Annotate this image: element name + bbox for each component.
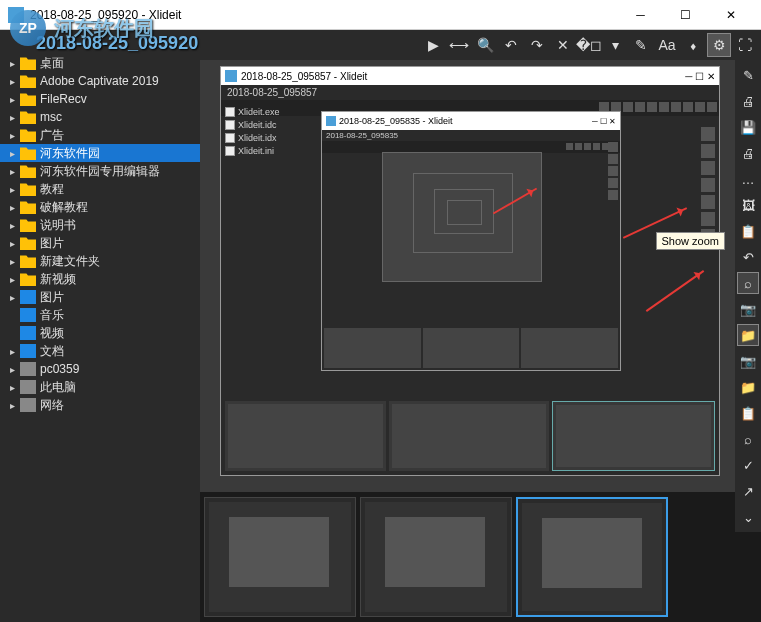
edit-button[interactable]: ✎ [629, 33, 653, 57]
vtoolbar-btn-16[interactable]: ↗ [737, 480, 759, 502]
vtoolbar-btn-9[interactable]: 📷 [737, 298, 759, 320]
expand-icon[interactable]: ▸ [6, 399, 18, 411]
expand-icon[interactable]: ▸ [6, 291, 18, 303]
expand-icon[interactable]: ▸ [6, 363, 18, 375]
thumbnail-1[interactable] [360, 497, 512, 617]
expand-icon[interactable]: ▸ [6, 219, 18, 231]
tree-label: 河东软件园专用编辑器 [40, 163, 160, 180]
close-button[interactable]: ✕ [708, 1, 753, 29]
delete-button[interactable]: ✕ [551, 33, 575, 57]
expand-icon[interactable]: ▸ [6, 183, 18, 195]
nested-title-text-2: 2018-08-25_095835 - Xlideit [339, 116, 453, 126]
fullscreen-button[interactable]: ⛶ [733, 33, 757, 57]
nested-file-row: Xlideit.ini [225, 144, 280, 157]
expand-icon[interactable]: ▸ [6, 255, 18, 267]
expand-icon[interactable] [6, 309, 18, 321]
tree-label: 新视频 [40, 271, 76, 288]
tree-item-2[interactable]: ▸FileRecv [0, 90, 200, 108]
tree-label: pc0359 [40, 362, 79, 376]
expand-icon[interactable]: ▸ [6, 57, 18, 69]
net-icon [20, 398, 36, 412]
expand-icon[interactable]: ▸ [6, 345, 18, 357]
tree-label: 说明书 [40, 217, 76, 234]
tooltip-show-zoom: Show zoom [656, 232, 725, 250]
zoom-fit-button[interactable]: ⟷ [447, 33, 471, 57]
tree-item-7[interactable]: ▸教程 [0, 180, 200, 198]
minimize-button[interactable]: ─ [618, 1, 663, 29]
tree-item-4[interactable]: ▸广告 [0, 126, 200, 144]
file-icon [225, 120, 235, 130]
vtoolbar-btn-12[interactable]: 📁 [737, 376, 759, 398]
vtoolbar-btn-7[interactable]: ↶ [737, 246, 759, 268]
expand-icon[interactable]: ▸ [6, 93, 18, 105]
expand-icon[interactable]: ▸ [6, 201, 18, 213]
expand-icon[interactable]: ▸ [6, 381, 18, 393]
tree-item-17[interactable]: ▸pc0359 [0, 360, 200, 378]
vtoolbar-btn-13[interactable]: 📋 [737, 402, 759, 424]
tree-item-0[interactable]: ▸桌面 [0, 54, 200, 72]
tree-label: 教程 [40, 181, 64, 198]
tree-item-14[interactable]: 音乐 [0, 306, 200, 324]
vtoolbar-btn-4[interactable]: … [737, 168, 759, 190]
tree-item-6[interactable]: ▸河东软件园专用编辑器 [0, 162, 200, 180]
expand-icon[interactable]: ▸ [6, 273, 18, 285]
maximize-button[interactable]: ☐ [663, 1, 708, 29]
tree-item-8[interactable]: ▸破解教程 [0, 198, 200, 216]
folder-icon [20, 182, 36, 196]
tree-item-5[interactable]: ▸河东软件园 [0, 144, 200, 162]
vtoolbar-btn-5[interactable]: 🖼 [737, 194, 759, 216]
tree-label: FileRecv [40, 92, 87, 106]
folder-tree[interactable]: ▸桌面▸Adobe Captivate 2019▸FileRecv▸msc▸广告… [0, 30, 200, 622]
app-icon [8, 7, 24, 23]
vtoolbar-btn-11[interactable]: 📷 [737, 350, 759, 372]
tag-button[interactable]: ⬧ [681, 33, 705, 57]
tree-item-19[interactable]: ▸网络 [0, 396, 200, 414]
tree-item-1[interactable]: ▸Adobe Captivate 2019 [0, 72, 200, 90]
expand-icon[interactable]: ▸ [6, 75, 18, 87]
tree-label: 新建文件夹 [40, 253, 100, 270]
nested-file-row: Xlideit.idx [225, 131, 280, 144]
zoom-button[interactable]: 🔍 [473, 33, 497, 57]
vtoolbar-btn-10[interactable]: 📁 [737, 324, 759, 346]
expand-icon[interactable] [6, 327, 18, 339]
vtoolbar-btn-0[interactable]: ✎ [737, 64, 759, 86]
tree-item-18[interactable]: ▸此电脑 [0, 378, 200, 396]
rotate-left-button[interactable]: ↶ [499, 33, 523, 57]
play-button[interactable]: ▶ [421, 33, 445, 57]
rotate-right-button[interactable]: ↷ [525, 33, 549, 57]
thumbnail-0[interactable] [204, 497, 356, 617]
vtoolbar-btn-1[interactable]: 🖨 [737, 90, 759, 112]
vtoolbar-btn-3[interactable]: 🖨 [737, 142, 759, 164]
tree-item-3[interactable]: ▸msc [0, 108, 200, 126]
tree-label: Adobe Captivate 2019 [40, 74, 159, 88]
tree-item-9[interactable]: ▸说明书 [0, 216, 200, 234]
tree-item-12[interactable]: ▸新视频 [0, 270, 200, 288]
vtoolbar-btn-8[interactable]: ⌕ [737, 272, 759, 294]
filmstrip[interactable] [200, 492, 761, 622]
tree-label: 破解教程 [40, 199, 88, 216]
expand-icon[interactable]: ▸ [6, 165, 18, 177]
tree-item-15[interactable]: 视频 [0, 324, 200, 342]
nested-file-row: Xlideit.idc [225, 118, 280, 131]
tree-item-16[interactable]: ▸文档 [0, 342, 200, 360]
expand-icon[interactable]: ▸ [6, 147, 18, 159]
expand-icon[interactable]: ▸ [6, 129, 18, 141]
more-button[interactable]: ▾ [603, 33, 627, 57]
video-icon [20, 326, 36, 340]
vtoolbar-btn-15[interactable]: ✓ [737, 454, 759, 476]
expand-icon[interactable]: ▸ [6, 111, 18, 123]
vtoolbar-btn-17[interactable]: ⌄ [737, 506, 759, 528]
tree-item-13[interactable]: ▸图片 [0, 288, 200, 306]
vtoolbar-btn-14[interactable]: ⌕ [737, 428, 759, 450]
tree-item-11[interactable]: ▸新建文件夹 [0, 252, 200, 270]
image-canvas[interactable]: 2018-08-25_095857 - Xlideit ─ ☐ ✕ 2018-0… [200, 60, 761, 492]
crop-button[interactable]: �◻ [577, 33, 601, 57]
tree-label: 广告 [40, 127, 64, 144]
vtoolbar-btn-6[interactable]: 📋 [737, 220, 759, 242]
thumbnail-2[interactable] [516, 497, 668, 617]
tree-item-10[interactable]: ▸图片 [0, 234, 200, 252]
settings-button[interactable]: ⚙ [707, 33, 731, 57]
text-button[interactable]: Aa [655, 33, 679, 57]
expand-icon[interactable]: ▸ [6, 237, 18, 249]
vtoolbar-btn-2[interactable]: 💾 [737, 116, 759, 138]
